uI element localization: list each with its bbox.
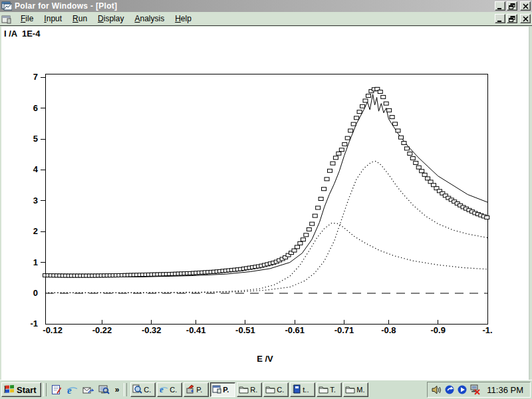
taskbar-grip[interactable]: [43, 383, 47, 396]
plot-frame: [45, 74, 487, 324]
media-player-blue-1-icon[interactable]: [444, 384, 455, 396]
app-icon: [1, 1, 12, 11]
taskbar-button-3[interactable]: P.: [184, 382, 209, 397]
taskbar-button-7[interactable]: t..: [290, 382, 315, 397]
plot-axes: 76543210-1-0.12-0.22-0.32-0.41-0.51-0.61…: [30, 72, 492, 335]
taskbar-button-label: T.: [330, 386, 336, 394]
menu-analysis[interactable]: Analysis: [129, 13, 170, 25]
taskbar-button-label: t..: [303, 386, 309, 394]
taskbar-button-label: C.: [170, 386, 177, 394]
x-tick-label: -0.22: [92, 325, 112, 335]
x-tick-label: -0.12: [43, 325, 63, 335]
x-tick-label: -0.9: [430, 325, 445, 335]
window-icon: [212, 385, 221, 395]
taskbar-button-9[interactable]: M.: [343, 382, 368, 397]
series-fit-component-2-dotted: [45, 161, 487, 293]
x-tick-label: -0.71: [334, 325, 354, 335]
series-experimental-solid: [45, 94, 487, 277]
volume-icon[interactable]: [431, 384, 442, 396]
menu-bar: FileInputRunDisplayAnalysisHelp: [0, 12, 532, 26]
system-tray: 11:36 PM: [427, 382, 531, 398]
task-button-row: C.eC.P.P.R.C.t..T.M.: [130, 382, 368, 397]
menu-display[interactable]: Display: [92, 13, 129, 25]
y-tick-label: 6: [33, 103, 38, 113]
taskbar-button-2[interactable]: eC.: [157, 382, 182, 397]
x-tick-label: -0.61: [285, 325, 305, 335]
taskbar-clock[interactable]: 11:36 PM: [487, 385, 523, 395]
mdi-minimize-button[interactable]: [495, 14, 505, 23]
taskbar-button-4[interactable]: P.: [210, 382, 235, 397]
x-tick-label: -0.32: [142, 325, 162, 335]
start-label: Start: [17, 385, 37, 395]
taskbar: Start e» C.eC.P.P.R.C.t..T.M.: [0, 380, 532, 399]
taskbar-button-label: C.: [144, 386, 151, 394]
y-tick-label: 1: [33, 257, 38, 267]
x-tick-label: -1.: [482, 325, 492, 335]
quicklaunch-overflow-chevron[interactable]: »: [114, 385, 121, 394]
paint-icon: [186, 384, 195, 395]
mdi-restore-button[interactable]: [507, 14, 517, 23]
window-titlebar[interactable]: Polar for Windows - [Plot]: [0, 0, 532, 12]
y-tick-label: 5: [33, 134, 38, 144]
y-axis-title: I /A 1E-4: [4, 29, 40, 39]
minimize-button[interactable]: [495, 1, 505, 11]
internet-explorer-icon[interactable]: e: [66, 383, 79, 396]
x-tick-label: -0.51: [235, 325, 255, 335]
folder-icon: [239, 385, 249, 395]
menu-input[interactable]: Input: [39, 13, 67, 25]
desktop-search-icon[interactable]: [98, 383, 111, 396]
series-fitted-square-markers: [43, 87, 489, 277]
x-tick-label: -0.41: [186, 325, 206, 335]
y-tick-label: 2: [33, 226, 38, 236]
y-tick-label: 3: [33, 196, 38, 205]
taskbar-button-8[interactable]: T.: [317, 382, 342, 397]
taskbar-button-label: P.: [196, 386, 202, 394]
y-tick-label: 4: [33, 164, 39, 174]
y-tick-label: 7: [33, 72, 38, 82]
document-window-icon[interactable]: [1, 15, 11, 23]
taskbar-button-label: R.: [250, 386, 257, 394]
window-title: Polar for Windows - [Plot]: [15, 1, 493, 11]
taskbar-button-label: C.: [277, 386, 284, 394]
start-button[interactable]: Start: [1, 382, 41, 397]
folder-icon: [319, 385, 329, 395]
y-tick-label: -1: [30, 319, 38, 329]
quick-launch-bar: e»: [49, 383, 122, 396]
magnifier-icon: [132, 384, 142, 396]
network-error-icon[interactable]: [469, 384, 480, 396]
outlook-express-icon[interactable]: [82, 383, 95, 396]
taskbar-button-6[interactable]: C.: [263, 382, 289, 397]
windows-logo-icon: [4, 384, 15, 396]
taskbar-button-1[interactable]: C.: [130, 382, 156, 397]
ie-icon: e: [159, 384, 168, 395]
svg-text:e: e: [67, 385, 72, 396]
voltammogram-chart: 76543210-1-0.12-0.22-0.32-0.41-0.51-0.61…: [1, 27, 529, 380]
taskbar-button-5[interactable]: R.: [237, 382, 262, 397]
media-player-blue-2-icon[interactable]: [456, 384, 467, 396]
show-desktop-icon[interactable]: [50, 383, 63, 396]
taskbar-button-label: P.: [223, 386, 229, 394]
y-tick-label: 0: [33, 288, 38, 298]
x-axis-title: E /V: [1, 354, 529, 364]
mdi-close-button[interactable]: [520, 14, 531, 23]
x-tick-label: -0.8: [381, 325, 396, 335]
folder-icon: [345, 385, 355, 395]
menu-help[interactable]: Help: [170, 13, 197, 25]
notebook-icon: [292, 384, 301, 395]
plot-client-area: 76543210-1-0.12-0.22-0.32-0.41-0.51-0.61…: [1, 27, 530, 380]
menu-file[interactable]: File: [15, 13, 39, 25]
folder-icon: [265, 385, 275, 395]
restore-button[interactable]: [507, 1, 517, 11]
taskbar-button-label: M.: [356, 386, 364, 394]
taskbar-grip-2[interactable]: [124, 383, 127, 396]
series-fit-component-1-dotted: [45, 223, 487, 293]
menu-run[interactable]: Run: [67, 13, 92, 25]
close-button[interactable]: [520, 1, 531, 11]
